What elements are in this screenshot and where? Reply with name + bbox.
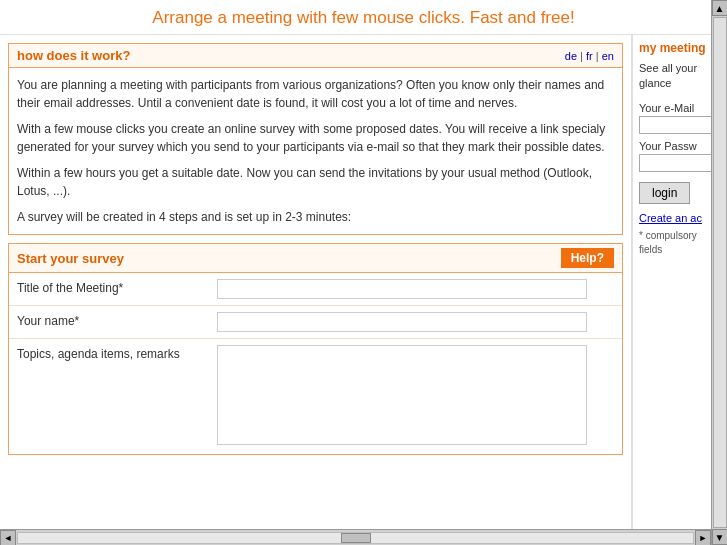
main-content: Arrange a meeting with few mouse clicks.…: [0, 0, 727, 545]
create-account-link[interactable]: Create an ac: [639, 212, 721, 224]
scroll-down-arrow[interactable]: ▼: [712, 529, 728, 545]
page-header: Arrange a meeting with few mouse clicks.…: [0, 0, 727, 35]
how-section: how does it work? de | fr | en You are p…: [8, 43, 623, 235]
how-paragraph-2: With a few mouse clicks you create an on…: [17, 120, 614, 156]
password-label: Your Passw: [639, 140, 721, 152]
bottom-scrollbar: ◄ ►: [0, 529, 711, 545]
form-row-name: Your name*: [9, 306, 622, 339]
my-meeting-title: my meeting: [639, 41, 721, 55]
form-label-topics: Topics, agenda items, remarks: [17, 345, 217, 361]
lang-fr-link[interactable]: fr: [586, 50, 593, 62]
lang-de-link[interactable]: de: [565, 50, 577, 62]
see-all-text: See all your glance: [639, 61, 721, 92]
how-paragraph-4: A survey will be created in 4 steps and …: [17, 208, 614, 226]
survey-form: Title of the Meeting* Your name*: [8, 272, 623, 455]
how-section-title: how does it work?: [17, 48, 130, 63]
page-title: Arrange a meeting with few mouse clicks.…: [152, 8, 574, 27]
right-scroll-track[interactable]: [713, 17, 727, 528]
form-input-topics: [217, 345, 614, 448]
how-paragraph-3: Within a few hours you get a suitable da…: [17, 164, 614, 200]
login-button[interactable]: login: [639, 182, 690, 204]
meeting-title-input[interactable]: [217, 279, 587, 299]
how-section-body: You are planning a meeting with particip…: [9, 68, 622, 234]
right-scrollbar: ▲ ▼: [711, 0, 727, 545]
how-section-header: how does it work? de | fr | en: [9, 44, 622, 68]
email-label: Your e-Mail: [639, 102, 721, 114]
compulsory-note: * compulsory fields: [639, 230, 697, 255]
scroll-left-arrow[interactable]: ◄: [0, 530, 16, 546]
help-button[interactable]: Help?: [561, 248, 614, 268]
your-name-input[interactable]: [217, 312, 587, 332]
form-row-title: Title of the Meeting*: [9, 273, 622, 306]
bottom-scroll-thumb[interactable]: [341, 533, 371, 543]
lang-links: de | fr | en: [565, 50, 614, 62]
page-wrapper: Arrange a meeting with few mouse clicks.…: [0, 0, 727, 545]
lang-en-link[interactable]: en: [602, 50, 614, 62]
form-label-meeting-title: Title of the Meeting*: [17, 279, 217, 295]
survey-section: Start your survey Help? Title of the Mee…: [8, 243, 623, 455]
form-row-topics: Topics, agenda items, remarks: [9, 339, 622, 454]
form-input-name: [217, 312, 614, 332]
left-column: how does it work? de | fr | en You are p…: [0, 35, 632, 544]
survey-title: Start your survey: [17, 251, 124, 266]
topics-textarea[interactable]: [217, 345, 587, 445]
email-input[interactable]: [639, 116, 721, 134]
form-label-name: Your name*: [17, 312, 217, 328]
scroll-up-arrow[interactable]: ▲: [712, 0, 728, 16]
bottom-scroll-track[interactable]: [17, 532, 694, 544]
form-input-meeting-title: [217, 279, 614, 299]
password-input[interactable]: [639, 154, 721, 172]
scroll-right-arrow[interactable]: ►: [695, 530, 711, 546]
how-paragraph-1: You are planning a meeting with particip…: [17, 76, 614, 112]
content-columns: how does it work? de | fr | en You are p…: [0, 35, 727, 544]
survey-header: Start your survey Help?: [8, 243, 623, 272]
